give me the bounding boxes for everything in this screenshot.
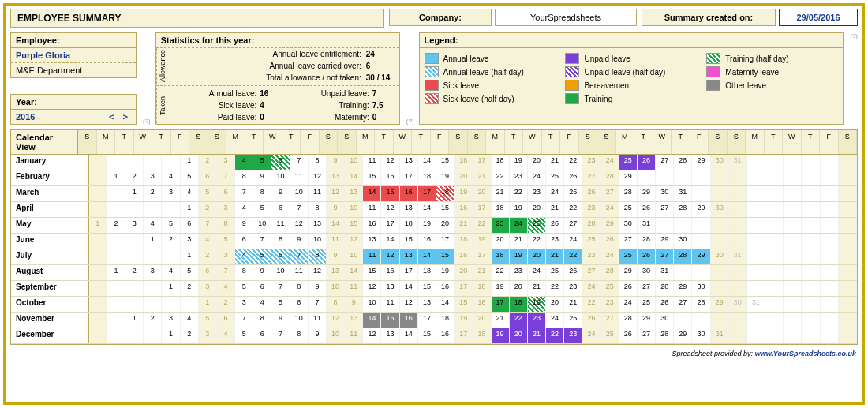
- day-cell[interactable]: 27: [656, 155, 674, 170]
- day-cell[interactable]: [765, 234, 784, 249]
- day-cell[interactable]: 24: [601, 155, 619, 170]
- day-cell[interactable]: 2: [181, 281, 199, 296]
- day-cell[interactable]: 23: [510, 170, 528, 185]
- day-cell[interactable]: [144, 202, 162, 217]
- day-cell[interactable]: 14: [418, 249, 436, 264]
- day-cell[interactable]: [674, 265, 692, 280]
- day-cell[interactable]: 11: [345, 281, 363, 296]
- day-cell[interactable]: 9: [345, 297, 363, 312]
- day-cell[interactable]: 16: [455, 249, 473, 264]
- day-cell[interactable]: 13: [327, 170, 345, 185]
- day-cell[interactable]: 22: [492, 170, 510, 185]
- day-cell[interactable]: 2: [181, 328, 199, 343]
- day-cell[interactable]: [729, 234, 747, 249]
- day-cell[interactable]: [89, 249, 107, 264]
- day-cell[interactable]: [656, 218, 674, 233]
- day-cell[interactable]: [765, 328, 784, 343]
- day-cell[interactable]: 10: [345, 202, 363, 217]
- day-cell[interactable]: 18: [436, 313, 455, 328]
- day-cell[interactable]: [89, 328, 107, 343]
- day-cell[interactable]: 31: [747, 297, 765, 312]
- day-cell[interactable]: 26: [564, 170, 582, 185]
- day-cell[interactable]: 7: [290, 202, 309, 217]
- day-cell[interactable]: 29: [619, 170, 638, 185]
- day-cell[interactable]: [821, 186, 839, 201]
- day-cell[interactable]: [144, 249, 162, 264]
- day-cell[interactable]: [125, 155, 144, 170]
- day-cell[interactable]: 11: [271, 218, 290, 233]
- day-cell[interactable]: 13: [400, 155, 418, 170]
- day-cell[interactable]: [784, 313, 802, 328]
- day-cell[interactable]: 15: [418, 328, 436, 343]
- day-cell[interactable]: 27: [564, 218, 582, 233]
- day-cell[interactable]: 16: [418, 234, 436, 249]
- day-cell[interactable]: 4: [144, 218, 162, 233]
- day-cell[interactable]: [784, 186, 802, 201]
- day-cell[interactable]: 22: [510, 186, 528, 201]
- day-cell[interactable]: [692, 313, 710, 328]
- day-cell[interactable]: 19: [510, 155, 528, 170]
- day-cell[interactable]: 29: [692, 155, 710, 170]
- day-cell[interactable]: 16: [381, 265, 399, 280]
- day-cell[interactable]: [674, 313, 692, 328]
- day-cell[interactable]: 7: [271, 281, 290, 296]
- day-cell[interactable]: 8: [253, 313, 271, 328]
- day-cell[interactable]: 26: [582, 186, 600, 201]
- day-cell[interactable]: 20: [455, 170, 473, 185]
- day-cell[interactable]: 10: [345, 155, 363, 170]
- day-cell[interactable]: [107, 234, 125, 249]
- day-cell[interactable]: 9: [253, 265, 271, 280]
- day-cell[interactable]: [144, 297, 162, 312]
- day-cell[interactable]: [692, 234, 710, 249]
- day-cell[interactable]: 10: [327, 328, 345, 343]
- day-cell[interactable]: 21: [564, 297, 582, 312]
- day-cell[interactable]: 22: [473, 218, 491, 233]
- day-cell[interactable]: 24: [546, 186, 564, 201]
- day-cell[interactable]: 14: [381, 234, 399, 249]
- day-cell[interactable]: [692, 170, 710, 185]
- day-cell[interactable]: [784, 170, 802, 185]
- day-cell[interactable]: 8: [235, 170, 253, 185]
- day-cell[interactable]: 12: [327, 186, 345, 201]
- day-cell[interactable]: 14: [436, 297, 455, 312]
- day-cell[interactable]: 8: [309, 155, 327, 170]
- day-cell[interactable]: [89, 234, 107, 249]
- day-cell[interactable]: 17: [436, 234, 455, 249]
- day-cell[interactable]: 19: [455, 313, 473, 328]
- day-cell[interactable]: 7: [235, 186, 253, 201]
- day-cell[interactable]: 14: [363, 186, 381, 201]
- day-cell[interactable]: 31: [674, 186, 692, 201]
- day-cell[interactable]: 12: [363, 328, 381, 343]
- day-cell[interactable]: 22: [582, 297, 600, 312]
- day-cell[interactable]: 20: [510, 281, 528, 296]
- day-cell[interactable]: 27: [638, 281, 656, 296]
- day-cell[interactable]: 20: [528, 202, 546, 217]
- day-cell[interactable]: 20: [528, 249, 546, 264]
- day-cell[interactable]: [729, 313, 747, 328]
- day-cell[interactable]: 24: [510, 218, 528, 233]
- day-cell[interactable]: 11: [345, 328, 363, 343]
- day-cell[interactable]: [107, 297, 125, 312]
- day-cell[interactable]: 8: [253, 186, 271, 201]
- day-cell[interactable]: 12: [363, 281, 381, 296]
- day-cell[interactable]: 16: [455, 202, 473, 217]
- day-cell[interactable]: 18: [418, 170, 436, 185]
- day-cell[interactable]: [821, 265, 839, 280]
- day-cell[interactable]: 18: [510, 297, 528, 312]
- day-cell[interactable]: [765, 170, 784, 185]
- day-cell[interactable]: 17: [473, 202, 491, 217]
- day-cell[interactable]: [802, 249, 820, 264]
- day-cell[interactable]: 4: [253, 297, 271, 312]
- day-cell[interactable]: [839, 265, 857, 280]
- day-cell[interactable]: 18: [473, 328, 491, 343]
- day-cell[interactable]: [729, 328, 747, 343]
- day-cell[interactable]: [162, 249, 180, 264]
- day-cell[interactable]: 2: [199, 249, 217, 264]
- day-cell[interactable]: 21: [546, 249, 564, 264]
- day-cell[interactable]: 11: [309, 186, 327, 201]
- day-cell[interactable]: [765, 186, 784, 201]
- day-cell[interactable]: 16: [473, 297, 491, 312]
- day-cell[interactable]: [765, 218, 784, 233]
- day-cell[interactable]: 28: [656, 328, 674, 343]
- day-cell[interactable]: 9: [309, 328, 327, 343]
